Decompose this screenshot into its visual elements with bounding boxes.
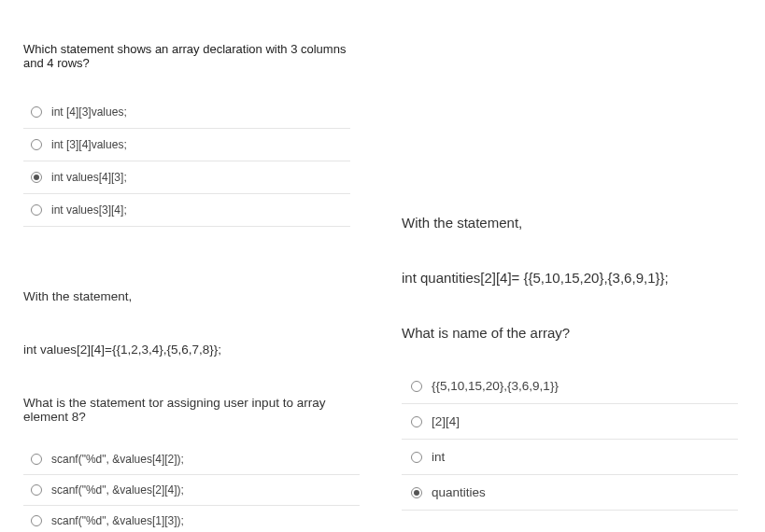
radio-icon	[31, 139, 42, 150]
q1-option-3[interactable]: int values[3][4];	[23, 194, 350, 227]
q3-option-0-label: {{5,10,15,20},{3,6,9,1}}	[432, 379, 559, 393]
q3-option-1[interactable]: [2][4]	[402, 404, 738, 440]
q1-option-0[interactable]: int [4][3]values;	[23, 96, 350, 129]
radio-icon-selected	[31, 172, 42, 183]
q2-option-1-label: scanf("%d", &values[2][4]);	[51, 483, 184, 497]
q1-option-1-label: int [3][4]values;	[51, 138, 127, 151]
radio-icon-selected	[411, 487, 422, 498]
radio-icon	[411, 416, 422, 427]
radio-icon	[31, 484, 42, 496]
q1-option-2[interactable]: int values[4][3];	[23, 161, 350, 194]
radio-icon	[31, 515, 42, 526]
q3-option-1-label: [2][4]	[432, 414, 460, 428]
radio-icon	[31, 454, 42, 465]
q3-option-3-label: quantities	[432, 485, 486, 499]
q2-option-2-label: scanf("%d", &values[1][3]);	[51, 514, 184, 527]
q3-option-2[interactable]: int	[402, 440, 738, 475]
q2-option-1[interactable]: scanf("%d", &values[2][4]);	[23, 475, 360, 506]
question-3: With the statement, int quantities[2][4]…	[402, 215, 738, 511]
q3-line1: With the statement,	[402, 215, 738, 231]
q2-option-2[interactable]: scanf("%d", &values[1][3]);	[23, 506, 360, 532]
q1-option-2-label: int values[4][3];	[51, 171, 127, 184]
q3-line3: What is name of the array?	[402, 325, 738, 341]
q3-line2: int quantities[2][4]= {{5,10,15,20},{3,6…	[402, 270, 738, 286]
q2-option-0[interactable]: scanf("%d", &values[4][2]);	[23, 444, 360, 475]
q3-option-0[interactable]: {{5,10,15,20},{3,6,9,1}}	[402, 369, 738, 404]
q3-option-2-label: int	[432, 450, 445, 464]
question-2: With the statement, int values[2][4]={{1…	[23, 289, 360, 532]
q2-line3: What is the statement tor assigning user…	[23, 396, 360, 424]
radio-icon	[31, 106, 42, 118]
q2-line2: int values[2][4]={{1,2,3,4},{5,6,7,8}};	[23, 343, 360, 357]
question-1: Which statement shows an array declarati…	[23, 42, 350, 227]
q2-option-0-label: scanf("%d", &values[4][2]);	[51, 453, 184, 466]
q1-option-3-label: int values[3][4];	[51, 203, 127, 217]
q3-option-3[interactable]: quantities	[402, 475, 738, 511]
question-1-prompt: Which statement shows an array declarati…	[23, 42, 350, 70]
radio-icon	[411, 381, 422, 392]
q1-option-1[interactable]: int [3][4]values;	[23, 129, 350, 161]
q1-option-0-label: int [4][3]values;	[51, 105, 127, 119]
q2-line1: With the statement,	[23, 289, 360, 303]
radio-icon	[31, 204, 42, 216]
radio-icon	[411, 452, 422, 463]
